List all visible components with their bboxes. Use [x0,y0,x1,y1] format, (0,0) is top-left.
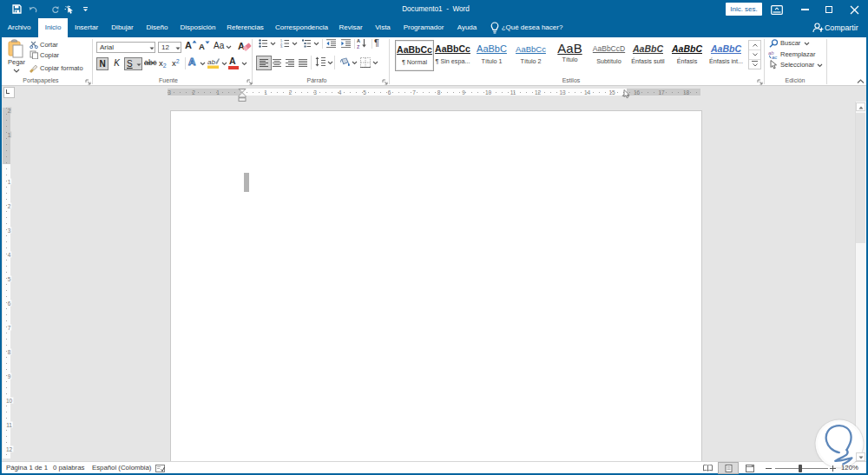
svg-text:Z: Z [357,44,360,49]
svg-text:ac: ac [772,55,777,60]
svg-text:3.: 3. [280,45,283,48]
svg-text:A: A [357,38,360,43]
svg-text:ab: ab [207,58,215,66]
svg-text:A: A [238,41,245,51]
